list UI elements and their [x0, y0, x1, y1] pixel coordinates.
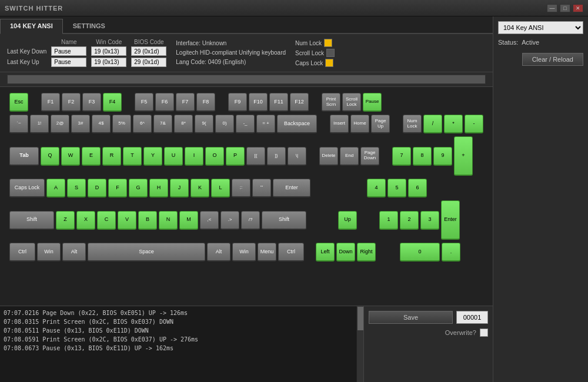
key-comma[interactable]: ,< — [200, 211, 219, 230]
key-h[interactable]: H — [149, 179, 168, 197]
key-backslash[interactable]: \| — [288, 147, 306, 166]
key-p[interactable]: P — [226, 147, 245, 166]
key-w[interactable]: W — [61, 147, 80, 166]
key-backspace[interactable]: Backspace — [277, 115, 317, 133]
clear-reload-button[interactable]: Clear / Reload — [522, 53, 583, 66]
key-f5[interactable]: F5 — [135, 93, 153, 112]
key-num-plus[interactable]: + — [454, 136, 473, 176]
key-num1[interactable]: 1 — [379, 211, 398, 230]
key-f12[interactable]: F12 — [290, 93, 309, 112]
key-menu[interactable]: Menu — [258, 243, 276, 262]
key-num-enter[interactable]: Enter — [441, 200, 460, 240]
key-f6[interactable]: F6 — [155, 93, 174, 112]
key-f7[interactable]: F7 — [176, 93, 195, 112]
key-insert[interactable]: Insert — [330, 115, 349, 133]
key-pause[interactable]: Pause — [363, 93, 382, 112]
key-enter[interactable]: Enter — [273, 179, 310, 197]
key-prtscr[interactable]: PrintScrn — [322, 93, 340, 112]
overwrite-checkbox[interactable] — [480, 329, 488, 337]
key-up[interactable]: Up — [338, 211, 357, 230]
maximize-button[interactable]: □ — [560, 4, 570, 12]
key-y[interactable]: Y — [143, 147, 162, 166]
key-scroll[interactable]: ScrollLock — [342, 93, 361, 112]
key-3[interactable]: 3# — [71, 115, 90, 133]
key-pagedown[interactable]: PageDown — [360, 147, 379, 166]
key-space[interactable]: Space — [88, 243, 205, 262]
key-slash[interactable]: /? — [241, 211, 260, 230]
key-q[interactable]: Q — [41, 147, 59, 166]
key-rbracket[interactable]: ]} — [267, 147, 286, 166]
last-key-down-bios[interactable] — [131, 46, 166, 56]
key-period[interactable]: .> — [220, 211, 239, 230]
tab-104key[interactable]: 104 KEY ANSI — [0, 19, 63, 34]
key-num-dot[interactable]: . — [442, 243, 460, 262]
key-num4[interactable]: 4 — [367, 179, 386, 197]
save-button[interactable]: Save — [369, 311, 453, 324]
key-num5[interactable]: 5 — [387, 179, 406, 197]
minimize-button[interactable]: — — [547, 4, 557, 12]
last-key-down-win[interactable] — [91, 46, 126, 56]
key-t[interactable]: T — [123, 147, 142, 166]
key-x[interactable]: X — [76, 211, 95, 230]
key-1[interactable]: 1! — [30, 115, 49, 133]
key-9[interactable]: 9( — [195, 115, 213, 133]
key-6[interactable]: 6^ — [133, 115, 152, 133]
key-g[interactable]: G — [129, 179, 148, 197]
key-esc[interactable]: Esc — [9, 93, 28, 112]
key-equals[interactable]: = + — [256, 115, 275, 133]
keyboard-select[interactable]: 104 Key ANSI — [498, 21, 583, 34]
key-b[interactable]: B — [138, 211, 157, 230]
key-c[interactable]: C — [97, 211, 116, 230]
key-f1[interactable]: F1 — [41, 93, 60, 112]
key-z[interactable]: Z — [56, 211, 75, 230]
key-s[interactable]: S — [67, 179, 86, 197]
key-f10[interactable]: F10 — [249, 93, 268, 112]
key-ctrl-left[interactable]: Ctrl — [9, 243, 35, 262]
key-backtick[interactable]: `~ — [9, 115, 28, 133]
key-home[interactable]: Home — [350, 115, 369, 133]
key-quote[interactable]: '" — [252, 179, 271, 197]
last-key-up-bios[interactable] — [131, 58, 166, 67]
key-minus[interactable]: -_ — [236, 115, 255, 133]
key-num8[interactable]: 8 — [413, 147, 432, 166]
key-num-slash[interactable]: / — [423, 115, 442, 133]
tab-settings[interactable]: SETTINGS — [63, 19, 115, 33]
last-key-up-win[interactable] — [91, 58, 126, 67]
key-f3[interactable]: F3 — [82, 93, 101, 112]
key-shift-right[interactable]: Shift — [262, 211, 306, 230]
key-num0[interactable]: 0 — [400, 243, 440, 262]
key-v[interactable]: V — [118, 211, 136, 230]
key-semicolon[interactable]: ;: — [232, 179, 250, 197]
close-button[interactable]: ✕ — [573, 4, 583, 12]
key-j[interactable]: J — [170, 179, 189, 197]
key-right[interactable]: Right — [357, 243, 376, 262]
key-u[interactable]: U — [164, 147, 183, 166]
key-2[interactable]: 2@ — [51, 115, 69, 133]
key-f11[interactable]: F11 — [269, 93, 288, 112]
key-numlock[interactable]: NumLock — [403, 115, 422, 133]
key-tab[interactable]: Tab — [9, 147, 39, 166]
key-o[interactable]: O — [205, 147, 224, 166]
key-ctrl-right[interactable]: Ctrl — [278, 243, 304, 262]
key-alt-right[interactable]: Alt — [207, 243, 230, 262]
key-f2[interactable]: F2 — [62, 93, 81, 112]
key-i[interactable]: I — [185, 147, 203, 166]
key-win-right[interactable]: Win — [232, 243, 256, 262]
key-4[interactable]: 4$ — [92, 115, 111, 133]
key-m[interactable]: M — [179, 211, 198, 230]
key-7[interactable]: 7& — [153, 115, 172, 133]
key-num-minus[interactable]: - — [465, 115, 483, 133]
last-key-down-name[interactable] — [51, 46, 86, 56]
key-alt-left[interactable]: Alt — [62, 243, 86, 262]
key-f8[interactable]: F8 — [196, 93, 215, 112]
key-d[interactable]: D — [88, 179, 106, 197]
key-f[interactable]: F — [108, 179, 127, 197]
key-k[interactable]: K — [191, 179, 209, 197]
key-capslock[interactable]: Caps Lock — [9, 179, 45, 197]
key-e[interactable]: E — [82, 147, 101, 166]
key-a[interactable]: A — [46, 179, 65, 197]
key-f4[interactable]: F4 — [103, 93, 122, 112]
save-number-input[interactable] — [456, 311, 488, 324]
last-key-up-name[interactable] — [51, 58, 86, 67]
key-win-left[interactable]: Win — [37, 243, 61, 262]
